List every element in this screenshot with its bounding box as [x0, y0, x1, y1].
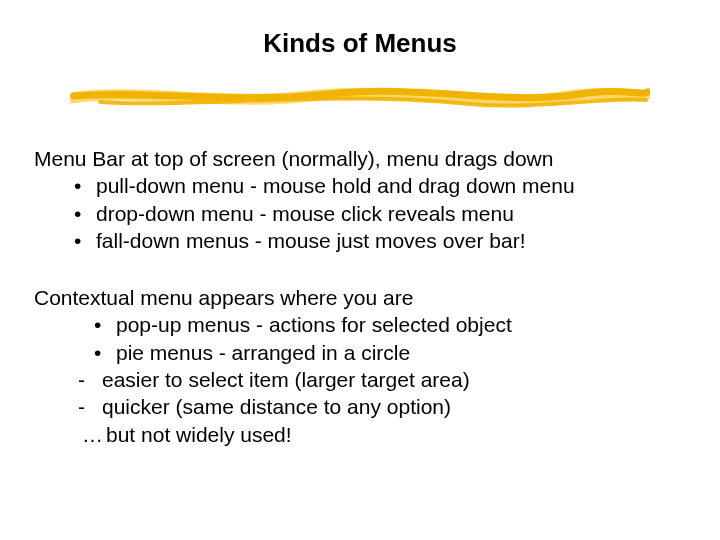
list-item: • pop-up menus - actions for selected ob…	[34, 311, 694, 338]
dash-text: quicker (same distance to any option)	[102, 393, 451, 420]
section-1-heading: Menu Bar at top of screen (normally), me…	[34, 145, 694, 172]
list-item: • drop-down menu - mouse click reveals m…	[34, 200, 694, 227]
ellipsis-icon: …	[82, 421, 106, 448]
list-item: - quicker (same distance to any option)	[34, 393, 694, 420]
bullet-text: pie menus - arranged in a circle	[116, 339, 410, 366]
slide-title: Kinds of Menus	[0, 28, 720, 59]
slide: Kinds of Menus Menu Bar at top of screen…	[0, 0, 720, 540]
bullet-text: drop-down menu - mouse click reveals men…	[96, 200, 514, 227]
list-item: … but not widely used!	[34, 421, 694, 448]
bullet-icon: •	[74, 200, 96, 227]
dash-icon: -	[78, 366, 102, 393]
bullet-text: fall-down menus - mouse just moves over …	[96, 227, 526, 254]
list-item: • pull-down menu - mouse hold and drag d…	[34, 172, 694, 199]
list-item: • fall-down menus - mouse just moves ove…	[34, 227, 694, 254]
list-item: - easier to select item (larger target a…	[34, 366, 694, 393]
bullet-text: pop-up menus - actions for selected obje…	[116, 311, 512, 338]
bullet-icon: •	[74, 227, 96, 254]
list-item: • pie menus - arranged in a circle	[34, 339, 694, 366]
bullet-icon: •	[74, 172, 96, 199]
slide-body: Menu Bar at top of screen (normally), me…	[34, 145, 694, 448]
section-2-heading: Contextual menu appears where you are	[34, 284, 694, 311]
tail-text: but not widely used!	[106, 421, 292, 448]
title-underline-brush	[70, 82, 650, 110]
dash-icon: -	[78, 393, 102, 420]
bullet-icon: •	[94, 339, 116, 366]
spacer	[34, 254, 694, 284]
bullet-icon: •	[94, 311, 116, 338]
dash-text: easier to select item (larger target are…	[102, 366, 470, 393]
bullet-text: pull-down menu - mouse hold and drag dow…	[96, 172, 575, 199]
